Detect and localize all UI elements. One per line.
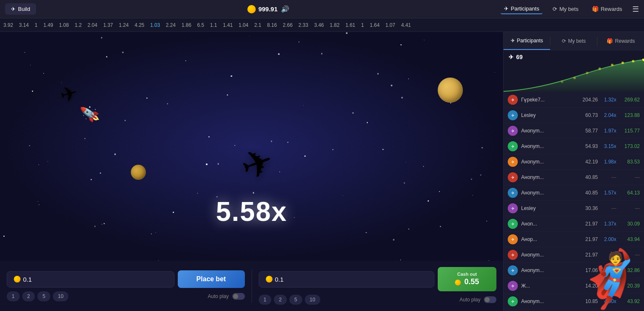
tab-participants[interactable]: ✈ Participants [504, 32, 550, 50]
star [231, 75, 232, 77]
coin-icon-right [266, 276, 273, 282]
quick-bet-2-right[interactable]: 2 [274, 295, 287, 305]
rewards-tab-top[interactable]: 🎁 Rewards [589, 4, 626, 14]
autoplay-left: Auto play [208, 293, 244, 300]
ticker-item: 1 [35, 22, 38, 28]
game-canvas: ✈ 🚀 ✈ 5.58x [0, 32, 503, 261]
ticker-item: 2.24 [166, 22, 176, 28]
participant-win: 30.09 [620, 221, 640, 227]
participant-name: Аноp... [521, 236, 576, 242]
star [287, 142, 288, 143]
participant-row: ✈ Аноnym... 40.85 — — [504, 170, 644, 185]
quick-bet-5-right[interactable]: 5 [289, 295, 302, 305]
ticker-item: 6.5 [197, 22, 204, 28]
ticker-item: 1.64 [370, 22, 379, 28]
participant-mult: 9x [601, 283, 616, 289]
balance-display: 999.91 [247, 5, 278, 13]
participant-avatar: ✈ [508, 141, 518, 151]
bet-row-1-right: 0.1 Cash out 0.55 [259, 267, 497, 291]
participant-name: Lesley [521, 205, 576, 211]
multiplier-display: 5.58x [216, 196, 287, 227]
participant-name: Аноnym... [521, 298, 576, 304]
star [303, 105, 304, 106]
tab-rewards[interactable]: 🎁 Rewards [597, 32, 644, 50]
participant-avatar: ✈ [508, 110, 518, 120]
star [393, 239, 395, 241]
quick-bet-10-right[interactable]: 10 [305, 295, 320, 305]
star [332, 149, 333, 150]
star [39, 164, 39, 165]
participant-mult: 3.15x [601, 143, 616, 149]
build-button[interactable]: ✈ Build [5, 3, 36, 15]
ticker-item: 1.86 [182, 22, 191, 28]
bet-amount-right[interactable]: 0.1 [259, 271, 435, 288]
star [24, 52, 25, 53]
star [94, 225, 96, 227]
star [321, 53, 323, 54]
game-area: ✈ 🚀 ✈ 5.58x 0.1 Place bet 1 [0, 32, 503, 311]
main-layout: ✈ 🚀 ✈ 5.58x 0.1 Place bet 1 [0, 32, 644, 311]
star [30, 65, 31, 66]
participant-avatar: ✈ [508, 250, 518, 260]
participant-win: 43.94 [620, 236, 640, 242]
quick-bet-10-left[interactable]: 10 [53, 291, 68, 301]
participant-mult: 1.37x [601, 221, 616, 227]
quick-bets-left: 1 2 5 10 [7, 291, 68, 301]
star [304, 156, 306, 157]
chart-svg [504, 59, 644, 92]
svg-point-6 [574, 77, 576, 79]
participant-avatar: ✈ [508, 188, 518, 198]
participant-row: ✈ Аноp... 21.97 2.00x 43.94 [504, 232, 644, 247]
my-bets-tab-top[interactable]: ⟳ My bets [549, 4, 582, 14]
quick-bet-1-left[interactable]: 1 [7, 291, 20, 301]
ticker-item: 3.14 [19, 22, 29, 28]
quick-bet-5-left[interactable]: 5 [37, 291, 50, 301]
star [382, 149, 384, 150]
star [495, 72, 495, 73]
participants-tab-top[interactable]: ✈ Participants [501, 4, 543, 14]
participant-name: Аноnym... [521, 267, 576, 273]
star [100, 173, 101, 174]
star [38, 201, 38, 202]
participant-mult: 2.04x [601, 112, 616, 118]
ticker-item: 3.46 [314, 22, 324, 28]
star [377, 73, 379, 75]
participant-name: Аноnym... [521, 190, 576, 196]
right-panel: ✈ Participants ⟳ My bets 🎁 Rewards ✈ 69 [503, 32, 644, 311]
sound-button[interactable]: 🔊 [281, 5, 289, 13]
star [366, 232, 367, 233]
star [39, 205, 39, 205]
quick-bet-1-right[interactable]: 1 [259, 295, 272, 305]
star [84, 138, 86, 139]
star [206, 163, 208, 165]
ticker-item: 1.08 [59, 22, 69, 28]
participant-avatar: ✈ [508, 157, 518, 167]
bet-amount-left[interactable]: 0.1 [7, 271, 174, 288]
place-bet-button[interactable]: Place bet [178, 270, 245, 288]
participant-row: ✈ Аноnym... 54.93 3.15x 173.02 [504, 139, 644, 154]
participant-name: Ж... [521, 283, 576, 289]
ticker-item: 1.24 [119, 22, 129, 28]
star [249, 36, 250, 36]
tab-my-bets[interactable]: ⟳ My bets [551, 32, 597, 50]
ticker-item: 3.92 [3, 22, 13, 28]
participant-mult-dash: — [601, 174, 616, 180]
svg-point-1 [632, 60, 634, 62]
participant-avatar: ✈ [508, 234, 518, 244]
participant-avatar: ✈ [508, 281, 518, 291]
participant-row: ✈ Аноnym... 40.85 1.57x 64.13 [504, 185, 644, 201]
participant-dash: — [620, 205, 640, 211]
cash-out-button[interactable]: Cash out 0.55 [438, 267, 496, 291]
autoplay-right: Auto play [460, 296, 496, 303]
star [471, 179, 472, 180]
participant-bet: 204.26 [579, 97, 598, 103]
autoplay-toggle-left[interactable] [232, 293, 245, 300]
participant-row: ✈ Аноnym... 10.85 4.00x 43.92 [504, 294, 644, 309]
star [167, 103, 168, 104]
bet-row-1-left: 0.1 Place bet [7, 270, 245, 288]
star [146, 98, 147, 98]
quick-bet-2-left[interactable]: 2 [22, 291, 35, 301]
autoplay-toggle-right[interactable] [484, 296, 496, 303]
menu-button[interactable]: ☰ [632, 5, 639, 14]
star [352, 112, 354, 114]
